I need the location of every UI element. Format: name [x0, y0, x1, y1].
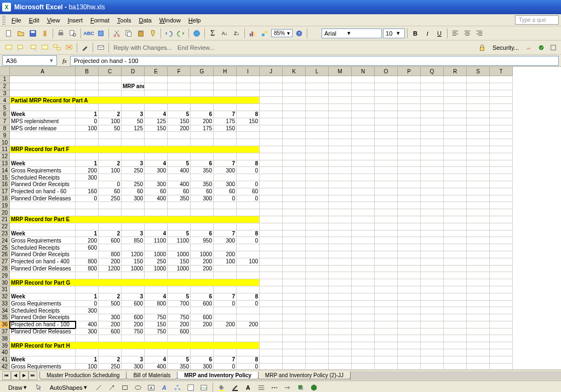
- cell[interactable]: Gross Requirements: [10, 364, 76, 370]
- cell[interactable]: [168, 90, 191, 97]
- cell[interactable]: Scheduled Receipts: [10, 307, 76, 314]
- cell[interactable]: [467, 223, 490, 230]
- cell[interactable]: [490, 111, 513, 118]
- cell[interactable]: [444, 223, 467, 230]
- cell[interactable]: [283, 272, 306, 279]
- cell[interactable]: [283, 76, 306, 83]
- cell[interactable]: [260, 266, 283, 273]
- cell[interactable]: MRP and Inventory Policy: [122, 83, 145, 90]
- cell[interactable]: 0: [76, 118, 99, 125]
- cell[interactable]: [122, 335, 145, 342]
- cell[interactable]: [306, 328, 329, 336]
- row-header[interactable]: 37: [0, 328, 10, 336]
- cell[interactable]: [444, 301, 467, 308]
- cell[interactable]: 1000: [122, 266, 145, 273]
- row-header[interactable]: 6: [0, 111, 10, 118]
- tab-prev-button[interactable]: ◀: [11, 371, 20, 380]
- cell[interactable]: [283, 90, 306, 97]
- cell[interactable]: [352, 314, 375, 321]
- row-header[interactable]: 39: [0, 342, 10, 349]
- cell[interactable]: [421, 118, 444, 125]
- cell[interactable]: [260, 132, 283, 139]
- cell[interactable]: [352, 301, 375, 308]
- cell[interactable]: [168, 307, 191, 314]
- wordart-button[interactable]: A: [159, 382, 170, 393]
- cell[interactable]: [490, 202, 513, 209]
- cell[interactable]: 3: [122, 111, 145, 118]
- cell[interactable]: [398, 364, 421, 370]
- cell[interactable]: [352, 76, 375, 83]
- cell[interactable]: [260, 335, 283, 342]
- cell[interactable]: [191, 335, 214, 342]
- cell[interactable]: [398, 188, 421, 195]
- row-header[interactable]: 26: [0, 251, 10, 258]
- cell[interactable]: 7: [214, 293, 237, 301]
- cell[interactable]: 4: [145, 293, 168, 301]
- column-header[interactable]: O: [375, 67, 398, 76]
- cell[interactable]: [421, 301, 444, 308]
- cell[interactable]: [398, 174, 421, 181]
- cell[interactable]: [76, 104, 99, 111]
- cell[interactable]: [490, 160, 513, 168]
- cell[interactable]: Projected on hand - 60: [10, 188, 76, 195]
- cell[interactable]: Week: [10, 230, 76, 238]
- cell[interactable]: [329, 195, 352, 203]
- cell[interactable]: 60: [99, 188, 122, 195]
- cell[interactable]: 850: [122, 237, 145, 244]
- cell[interactable]: 300: [122, 364, 145, 370]
- cell[interactable]: [375, 364, 398, 370]
- cell[interactable]: [237, 174, 260, 181]
- cell[interactable]: [329, 237, 352, 244]
- cell[interactable]: [444, 174, 467, 181]
- cell[interactable]: 1: [76, 230, 99, 238]
- cell[interactable]: [375, 335, 398, 342]
- cell[interactable]: [490, 132, 513, 139]
- cell[interactable]: [237, 104, 260, 111]
- cell[interactable]: [10, 83, 76, 90]
- cell[interactable]: [168, 174, 191, 181]
- cell[interactable]: [99, 223, 122, 230]
- cell[interactable]: [352, 118, 375, 125]
- cell[interactable]: [306, 167, 329, 174]
- cell[interactable]: [329, 132, 352, 139]
- cell[interactable]: [490, 301, 513, 308]
- cell[interactable]: 2: [99, 293, 122, 301]
- cell[interactable]: [467, 76, 490, 83]
- cell[interactable]: 4: [145, 356, 168, 364]
- cell[interactable]: [329, 364, 352, 370]
- cell[interactable]: 6: [191, 160, 214, 168]
- cell[interactable]: [375, 83, 398, 90]
- cell[interactable]: [306, 209, 329, 216]
- cell[interactable]: 4: [145, 111, 168, 118]
- cell[interactable]: [214, 272, 237, 279]
- cell[interactable]: 1: [76, 160, 99, 168]
- menu-insert[interactable]: Insert: [64, 16, 87, 25]
- cell[interactable]: [352, 335, 375, 342]
- cell[interactable]: [490, 139, 513, 146]
- cell[interactable]: [398, 132, 421, 139]
- help-button[interactable]: ?: [294, 28, 305, 39]
- cell[interactable]: 1000: [168, 266, 191, 273]
- diagram-button[interactable]: [172, 382, 183, 393]
- cell[interactable]: 150: [145, 125, 168, 132]
- cell[interactable]: [237, 272, 260, 279]
- row-header[interactable]: 40: [0, 349, 10, 356]
- cell[interactable]: [467, 160, 490, 168]
- menu-file[interactable]: File: [8, 16, 25, 25]
- cell[interactable]: [306, 90, 329, 97]
- cell[interactable]: [306, 266, 329, 273]
- cell[interactable]: [352, 139, 375, 146]
- cell[interactable]: [398, 286, 421, 293]
- cell[interactable]: 1: [76, 293, 99, 301]
- cell[interactable]: Projected on hand - 100: [10, 321, 76, 328]
- cell[interactable]: [375, 90, 398, 97]
- cell[interactable]: [191, 328, 214, 336]
- cell[interactable]: [398, 209, 421, 216]
- cell[interactable]: 0: [237, 181, 260, 188]
- open-button[interactable]: [15, 28, 26, 39]
- dash-style-button[interactable]: [269, 382, 280, 393]
- cell[interactable]: [145, 349, 168, 356]
- cell[interactable]: [467, 251, 490, 258]
- font-color-button[interactable]: A: [243, 382, 254, 393]
- cell[interactable]: 200: [191, 266, 214, 273]
